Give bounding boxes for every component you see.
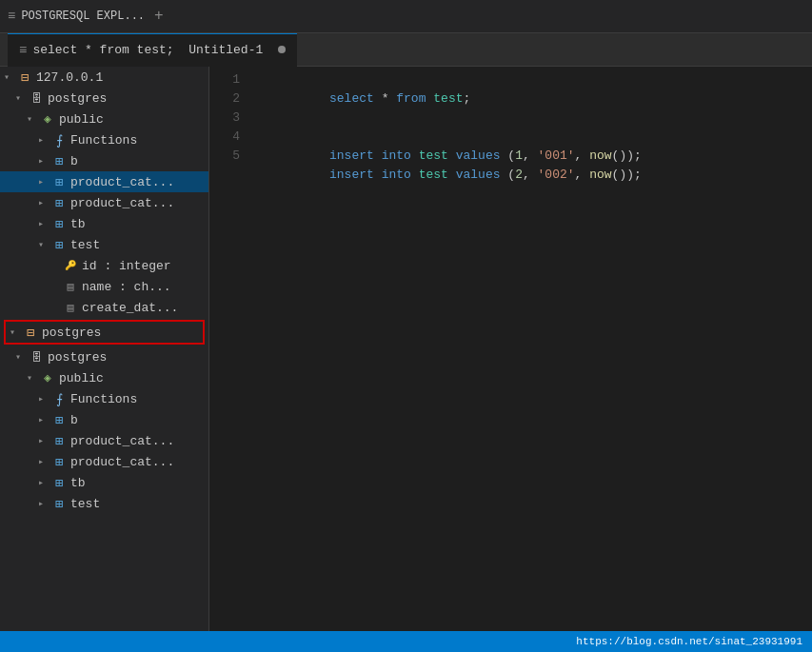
- str-001: '001': [538, 148, 575, 163]
- chevron-schema2: [27, 372, 40, 384]
- col-create-date[interactable]: create_dat...: [0, 297, 208, 318]
- table-label-pc3: product_cat...: [70, 434, 174, 448]
- num-1: 1: [515, 148, 523, 163]
- table-icon-pc1: [51, 174, 67, 189]
- col-id[interactable]: id : integer: [0, 255, 208, 276]
- tab-bar: ≡ select * from test; Untitled-1: [0, 33, 812, 67]
- col-icon-name: [63, 279, 78, 294]
- table-product-cat-4[interactable]: product_cat...: [0, 451, 208, 472]
- highlighted-server-box: postgres: [4, 320, 205, 345]
- db-label-2: postgres: [48, 350, 107, 365]
- schema-node-public1[interactable]: public: [0, 109, 208, 129]
- schema-icon-1: [40, 111, 55, 127]
- table-icon-tb2: [51, 475, 67, 490]
- fn-now1: now: [589, 148, 611, 163]
- table-label-test2: test: [70, 497, 100, 511]
- title-bar-title: POSTGRESQL EXPL...: [21, 10, 145, 23]
- key-icon-id: [63, 258, 78, 273]
- server-node-2[interactable]: postgres: [6, 322, 203, 343]
- menu-icon: ≡: [8, 9, 15, 24]
- tab-menu-icon: ≡: [19, 43, 27, 58]
- table-icon-b1: [51, 153, 67, 168]
- functions-label-2: Functions: [70, 392, 137, 406]
- tbl-test-3: test: [419, 168, 448, 182]
- code-lines: select * from test; insert into test val…: [248, 70, 812, 627]
- num-2: 2: [515, 168, 523, 182]
- chevron-test1: [38, 239, 51, 250]
- punct-semi1: ;: [464, 91, 471, 106]
- editor-content: 1 2 3 4 5 select * from test; insert int…: [209, 67, 812, 631]
- title-bar-left: ≡ POSTGRESQL EXPL... +: [8, 8, 164, 25]
- schema-label-1: public: [59, 112, 104, 127]
- col-label-name: name : ch...: [82, 280, 171, 294]
- col-label-createdat: create_dat...: [82, 301, 178, 315]
- func-icon-1: [51, 132, 67, 148]
- line-num-1: 1: [217, 70, 240, 89]
- status-url: https://blog.csdn.net/sinat_23931991: [576, 636, 802, 647]
- code-line-1: select * from test;: [255, 70, 804, 89]
- chevron-functions2: [38, 393, 51, 405]
- tab-label: select * from test; Untitled-1: [32, 43, 285, 57]
- table-product-cat-3[interactable]: product_cat...: [0, 430, 208, 451]
- table-label-test1: test: [70, 238, 100, 252]
- chevron-db1: [15, 92, 29, 104]
- db-node-postgres2[interactable]: postgres: [0, 346, 208, 367]
- editor[interactable]: 1 2 3 4 5 select * from test; insert int…: [209, 67, 812, 631]
- table-product-cat-2[interactable]: product_cat...: [0, 192, 208, 213]
- table-product-cat-1[interactable]: product_cat...: [0, 171, 208, 192]
- functions-node-2[interactable]: Functions: [0, 388, 208, 409]
- kw-into: into: [382, 148, 411, 163]
- table-icon-b2: [51, 412, 67, 427]
- line-num-2: 2: [217, 89, 240, 109]
- col-label-id: id : integer: [82, 259, 171, 273]
- col-name[interactable]: name : ch...: [0, 276, 208, 297]
- table-label-tb1: tb: [70, 217, 86, 231]
- table-test-2[interactable]: test: [0, 493, 208, 514]
- server-label-1: 127.0.0.1: [36, 70, 103, 85]
- add-button[interactable]: +: [154, 8, 164, 25]
- tbl-test-2: test: [419, 148, 448, 163]
- functions-node-1[interactable]: Functions: [0, 129, 208, 150]
- table-icon-test2: [51, 496, 67, 511]
- table-b-1[interactable]: b: [0, 150, 208, 171]
- table-tb-2[interactable]: tb: [0, 472, 208, 493]
- db-node-postgres1[interactable]: postgres: [0, 88, 208, 109]
- server-label-2: postgres: [42, 326, 101, 340]
- line-num-3: 3: [217, 109, 240, 128]
- str-002: '002': [538, 168, 575, 182]
- chevron-pc3: [38, 435, 51, 446]
- schema-node-public2[interactable]: public: [0, 367, 208, 388]
- chevron-b1: [38, 155, 51, 167]
- db-icon-1: [29, 90, 44, 106]
- table-icon-pc4: [51, 454, 67, 469]
- server-icon-2: [23, 325, 38, 340]
- func-icon-2: [51, 391, 67, 406]
- kw-insert: insert: [329, 148, 374, 163]
- table-icon-test1: [51, 237, 67, 252]
- sidebar: 127.0.0.1 postgres public Functions b: [0, 67, 209, 631]
- chevron-pc4: [38, 456, 51, 467]
- kw-values2: values: [456, 168, 501, 182]
- chevron-b2: [38, 414, 51, 425]
- table-icon-pc3: [51, 433, 67, 448]
- line-num-4: 4: [217, 128, 240, 147]
- active-tab[interactable]: ≡ select * from test; Untitled-1: [8, 33, 297, 67]
- tab-unsaved-dot: [278, 46, 286, 53]
- chevron-pc2: [38, 197, 51, 208]
- chevron-server1: [4, 71, 17, 83]
- table-label-b2: b: [70, 413, 78, 427]
- table-b-2[interactable]: b: [0, 409, 208, 430]
- fn-now2: now: [589, 168, 611, 182]
- table-test-1[interactable]: test: [0, 234, 208, 255]
- chevron-server2: [10, 326, 23, 338]
- db-label-1: postgres: [48, 91, 107, 106]
- table-tb-1[interactable]: tb: [0, 213, 208, 234]
- line-num-5: 5: [217, 147, 240, 166]
- chevron-schema1: [27, 113, 40, 125]
- chevron-tb2: [38, 477, 51, 488]
- server-node-1[interactable]: 127.0.0.1: [0, 67, 208, 88]
- table-label-pc4: product_cat...: [70, 455, 174, 469]
- table-label-tb2: tb: [70, 476, 86, 490]
- kw-insert2: insert: [329, 168, 374, 182]
- kw-select: select: [329, 91, 374, 106]
